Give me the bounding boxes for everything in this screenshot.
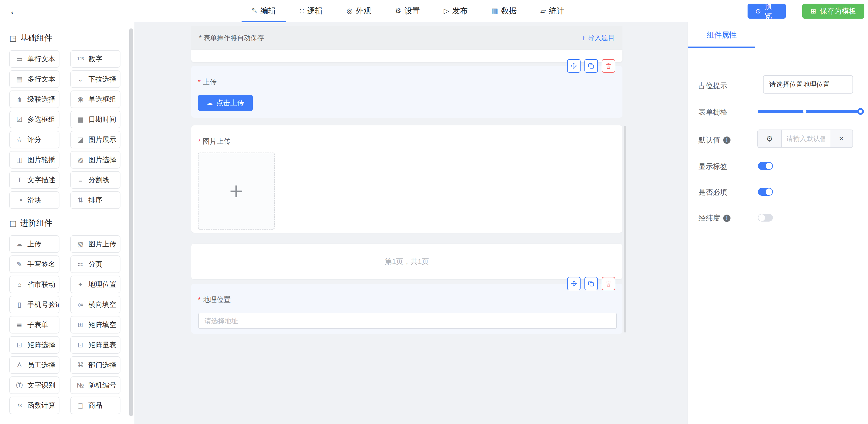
form-item-image-upload[interactable]: *图片上传 + (191, 125, 622, 233)
default-value-input[interactable] (782, 130, 830, 147)
sidebar-component-item[interactable]: 123 数字 (70, 50, 120, 68)
topbar-tab[interactable]: ▥ 数据 (480, 0, 528, 22)
preview-label: 预览 (765, 1, 778, 21)
group-title-advanced: ◳ 进阶组件 (9, 218, 134, 229)
sidebar-component-item[interactable]: ▧ 图片上传 (70, 235, 120, 253)
sidebar-component-item[interactable]: ☑ 多选框组 (9, 111, 59, 128)
sidebar-component-item[interactable]: ⌖ 地理位置 (70, 276, 120, 293)
properties-panel: 组件属性 占位提示 表单栅格 默认值 ! ⚙ × (688, 22, 868, 424)
sidebar-component-item[interactable]: ⌄ 下拉选择 (70, 70, 120, 88)
preview-button[interactable]: ⊙ 预览 (748, 4, 786, 19)
move-item-button[interactable] (567, 59, 581, 73)
pagination-icon: ≍ (76, 260, 85, 268)
sidebar-component-item[interactable]: Ⓣ 文字识别 (9, 376, 59, 394)
basic-component-grid: ▭ 单行文本 123 数字 ▤ 多行文本 ⌄ 下拉选择 ⋔ 级联选择 (9, 50, 134, 209)
address-select-input[interactable] (198, 313, 617, 329)
slider-handle[interactable] (857, 108, 864, 115)
sidebar-component-item[interactable]: T 文字描述 (9, 171, 59, 189)
sidebar-component-item[interactable]: ▢ 商品 (70, 397, 120, 414)
image-upload-dropzone[interactable]: + (198, 153, 275, 230)
default-value-settings-button[interactable]: ⚙ (758, 130, 782, 147)
component-item-label: 子表单 (27, 320, 48, 329)
sort-icon: ⇅ (76, 196, 85, 204)
tab-component-properties[interactable]: 组件属性 (688, 22, 755, 48)
sidebar-scrollbar[interactable] (129, 28, 133, 416)
slider-icon: ─● (15, 198, 24, 203)
topbar-tab[interactable]: ◎ 外观 (336, 0, 382, 22)
item-actions (567, 277, 615, 290)
copy-item-button[interactable] (584, 277, 598, 290)
radio-group-icon: ◉ (76, 95, 85, 103)
back-arrow-icon[interactable]: ← (9, 5, 20, 17)
click-upload-button[interactable]: ☁ 点击上传 (198, 95, 253, 111)
sidebar-component-item[interactable]: ≣ 子表单 (9, 316, 59, 334)
image-upload-icon: ▧ (76, 240, 85, 248)
autosave-note: * 表单操作将自动保存 (199, 33, 264, 42)
topbar-tab[interactable]: ∷ 逻辑 (289, 0, 334, 22)
component-item-label: 矩阵选择 (27, 340, 55, 350)
component-item-label: 单行文本 (27, 54, 55, 64)
sidebar-component-item[interactable]: ▦ 日期时间 (70, 111, 120, 128)
matrix-select-icon: ⊡ (15, 341, 24, 349)
sidebar-component-item[interactable]: ─● 滑块 (9, 191, 59, 209)
sidebar-component-item[interactable]: ƒx 函数计算 (9, 397, 59, 414)
trash-icon (604, 280, 612, 287)
show-label-toggle[interactable] (758, 162, 773, 170)
sidebar-component-item[interactable]: № 随机编号 (70, 376, 120, 394)
save-label: 保存为模板 (820, 6, 856, 16)
copy-item-button[interactable] (584, 59, 598, 73)
sidebar-component-item[interactable]: ⇅ 排序 (70, 191, 120, 209)
folder-plus-icon: ⊞ (811, 7, 816, 15)
sidebar-component-item[interactable]: ☆ 评分 (9, 131, 59, 148)
sidebar-component-item[interactable]: ⌘ 部门选择 (70, 356, 120, 374)
phone-verify-icon: ▯ (15, 301, 24, 309)
show-label-label: 显示标签 (699, 161, 727, 172)
sidebar-component-item[interactable]: ⊡ 矩阵选择 (9, 336, 59, 354)
sidebar-component-item[interactable]: ≡ 分割线 (70, 171, 120, 189)
form-item-geolocation[interactable]: *地理位置 (191, 283, 622, 334)
dropdown-icon: ⌄ (76, 75, 85, 83)
sidebar-component-item[interactable]: ▨ 图片选择 (70, 151, 120, 169)
latlng-toggle[interactable] (758, 214, 773, 221)
sidebar-component-item[interactable]: ▤ 多行文本 (9, 70, 59, 88)
sidebar-component-item[interactable]: ☁ 上传 (9, 235, 59, 253)
topbar-tab[interactable]: ✎ 编辑 (241, 0, 287, 22)
info-icon: ! (723, 215, 731, 222)
sidebar-component-item[interactable]: ▯ 手机号验证 (9, 296, 59, 313)
sidebar-component-item[interactable]: ⊡ 矩阵量表 (70, 336, 120, 354)
save-as-template-button[interactable]: ⊞ 保存为模板 (802, 4, 864, 19)
import-questions-link[interactable]: ↑ 导入题目 (582, 33, 615, 42)
form-item-pagination[interactable]: 第1页，共1页 (191, 244, 622, 279)
topbar-tab[interactable]: ▱ 统计 (530, 0, 576, 22)
required-toggle[interactable] (758, 188, 773, 196)
sidebar-component-item[interactable]: ◪ 图片展示 (70, 131, 120, 148)
sidebar-component-item[interactable]: ⊞ 矩阵填空 (70, 316, 120, 334)
form-grid-slider[interactable] (758, 110, 860, 113)
sidebar-component-item[interactable]: ◫ 图片轮播 (9, 151, 59, 169)
text-description-icon: T (15, 176, 24, 184)
topbar-tab[interactable]: ▷ 发布 (433, 0, 479, 22)
sidebar-component-item[interactable]: ▭ 单行文本 (9, 50, 59, 68)
sidebar-component-item[interactable]: ⌂ 省市联动 (9, 276, 59, 293)
topbar-tab[interactable]: ⚙ 设置 (384, 0, 431, 22)
datetime-icon: ▦ (76, 116, 85, 124)
delete-item-button[interactable] (602, 59, 615, 73)
component-item-label: 滑块 (27, 195, 41, 205)
sidebar-component-item[interactable]: ♙ 员工选择 (9, 356, 59, 374)
trash-icon (604, 62, 612, 70)
sidebar-component-item[interactable]: ◇≡ 横向填空 (70, 296, 120, 313)
required-asterisk: * (198, 296, 200, 304)
sidebar-component-item[interactable]: ≍ 分页 (70, 255, 120, 273)
delete-item-button[interactable] (602, 277, 615, 290)
sidebar-component-item[interactable]: ⋔ 级联选择 (9, 90, 59, 108)
placeholder-hint-input[interactable] (763, 75, 853, 94)
partially-scrolled-item[interactable] (191, 50, 622, 62)
edit-pencil-icon: ✎ (251, 7, 257, 15)
form-item-upload[interactable]: *上传 ☁ 点击上传 (191, 66, 622, 118)
move-item-button[interactable] (567, 277, 581, 290)
canvas-scrollbar[interactable] (624, 126, 626, 332)
default-value-clear-button[interactable]: × (830, 130, 852, 147)
sidebar-component-item[interactable]: ✎ 手写签名 (9, 255, 59, 273)
plus-icon: + (229, 179, 243, 203)
sidebar-component-item[interactable]: ◉ 单选框组 (70, 90, 120, 108)
